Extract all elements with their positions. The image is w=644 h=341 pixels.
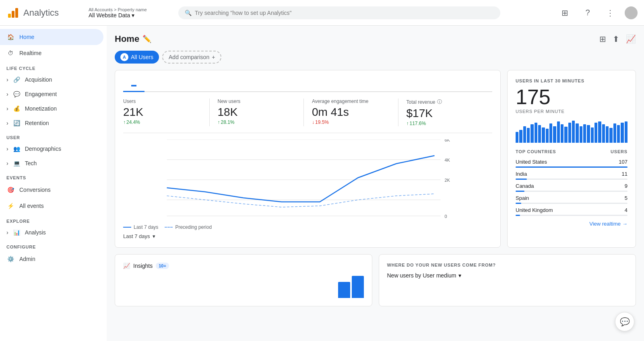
lifecycle-section-label: LIFE CYCLE [0, 61, 107, 72]
minute-bar [576, 123, 578, 143]
minute-bar [572, 121, 575, 143]
bottom-section: 📈 Insights 10+ WHERE DO YOUR NEW USERS C… [115, 254, 636, 306]
sidebar-item-engagement[interactable]: › 💬 Engagement [0, 87, 103, 101]
engagement-change-val: 19.5% [315, 119, 329, 125]
sidebar-conversions-label: Conversions [19, 187, 51, 193]
more-options-button[interactable]: ⋮ [602, 5, 618, 21]
home-icon: 🏠 [6, 33, 14, 41]
engagement-icon: 💬 [13, 91, 20, 97]
minute-bar [530, 124, 533, 143]
search-input[interactable] [195, 10, 494, 16]
sidebar-item-all-events[interactable]: ⚡ All events [0, 198, 103, 214]
add-comparison-chip[interactable]: Add comparison + [162, 51, 221, 64]
time-range-label: Last 7 days [123, 233, 150, 239]
country-row: Spain 5 [516, 193, 627, 204]
chat-icon: 💬 [620, 317, 630, 327]
new-users-selector[interactable]: New users by User medium ▾ [387, 272, 628, 279]
svg-text:4K: 4K [445, 158, 450, 162]
sidebar-item-admin[interactable]: ⚙️ Admin [0, 251, 103, 267]
acquisition-icon: 🔗 [13, 76, 20, 83]
property-name: All Website Data [89, 12, 130, 18]
sidebar-all-events-label: All events [19, 203, 44, 209]
chat-fab[interactable]: 💬 [615, 312, 634, 331]
metric-revenue: Total revenue ⓘ $17K ↑ 117.6% [398, 99, 493, 126]
realtime-user-count: 175 [516, 86, 627, 107]
chart-tab[interactable]: ▬ [123, 78, 144, 92]
view-realtime-link[interactable]: View realtime → [516, 221, 627, 227]
grid-icon-button[interactable]: ⊞ [557, 5, 573, 21]
help-icon-button[interactable]: ? [580, 5, 596, 21]
all-users-label: All Users [131, 54, 153, 60]
chevron-down-chart-icon: ▾ [153, 233, 155, 239]
realtime-section-label: USERS IN LAST 30 MINUTES [516, 78, 627, 83]
minute-bar [617, 125, 620, 143]
property-selector[interactable]: All Website Data ▾ [89, 12, 147, 18]
sidebar-monetization-label: Monetization [25, 105, 57, 112]
minute-bar [580, 126, 582, 143]
metric-users-value: 21K [123, 106, 201, 119]
breadcrumb: All Accounts > Property name [89, 7, 147, 12]
minute-bar [519, 130, 522, 143]
retention-icon: 🔄 [13, 120, 20, 126]
sidebar-item-acquisition[interactable]: › 🔗 Acquisition [0, 72, 103, 87]
metric-revenue-value: $17K [407, 107, 485, 120]
add-comparison-label: Add comparison [169, 54, 209, 60]
insights-card: 📈 Insights 10+ [115, 254, 372, 306]
avatar[interactable] [625, 6, 638, 19]
legend-solid-line [123, 227, 131, 228]
sidebar-item-analysis[interactable]: › 📊 Analysis [0, 225, 103, 240]
configure-section-label: CONFIGURE [0, 240, 107, 251]
insights-icon[interactable]: 📈 [626, 34, 636, 44]
new-users-card: WHERE DO YOUR NEW USERS COME FROM? New u… [379, 254, 636, 306]
metric-users-change: ↑ 24.4% [123, 119, 201, 125]
up-arrow-icon2: ↑ [218, 119, 220, 125]
svg-rect-1 [12, 11, 14, 18]
minute-bar [621, 123, 623, 143]
share-icon[interactable]: ⬆ [613, 34, 619, 44]
up-arrow-icon3: ↑ [407, 121, 409, 126]
main-chart-card: ▬ Users 21K ↑ 24.4% [115, 70, 501, 248]
sidebar-item-retention[interactable]: › 🔄 Retention [0, 116, 103, 130]
minute-bar [613, 123, 616, 143]
metric-engagement: Average engagement time 0m 41s ↓ 19.5% [304, 99, 398, 126]
sidebar-item-conversions[interactable]: 🎯 Conversions [0, 182, 103, 198]
countries-list: United States 107 India 11 Canada 9 Spai… [516, 157, 627, 216]
sidebar-tech-label: Tech [25, 160, 37, 166]
page-header: Home ✏️ ⊞ ⬆ 📈 [115, 34, 636, 44]
sidebar-item-monetization[interactable]: › 💰 Monetization [0, 101, 103, 116]
countries-col-label: TOP COUNTRIES [516, 149, 556, 154]
users-change-val: 24.4% [126, 119, 140, 125]
table-view-icon[interactable]: ⊞ [599, 34, 606, 44]
sidebar-acquisition-label: Acquisition [25, 76, 52, 83]
minute-bar [535, 123, 537, 143]
insights-label: Insights [133, 263, 153, 269]
time-range-selector[interactable]: Last 7 days ▾ [123, 233, 492, 239]
legend-current: Last 7 days [123, 224, 158, 230]
all-users-avatar: A [120, 53, 128, 61]
revenue-change-val: 117.6% [410, 121, 426, 126]
sidebar-demographics-label: Demographics [25, 146, 61, 152]
chevron-down-icon: ▾ [132, 12, 134, 18]
up-arrow-icon: ↑ [123, 119, 126, 125]
insights-trend-icon: 📈 [123, 263, 130, 269]
sidebar-item-demographics[interactable]: › 👥 Demographics [0, 142, 103, 156]
all-users-chip[interactable]: A All Users [115, 51, 159, 64]
sidebar-item-realtime[interactable]: ⏱ Realtime [0, 45, 103, 61]
chart-legend: Last 7 days Preceding period [123, 224, 492, 230]
svg-text:0: 0 [445, 214, 447, 219]
minute-bar [591, 127, 594, 143]
minute-bar [587, 125, 590, 143]
sidebar-item-home[interactable]: 🏠 Home [0, 29, 103, 45]
svg-rect-2 [15, 8, 18, 18]
page-edit-icon[interactable]: ✏️ [142, 35, 151, 43]
sidebar-realtime-label: Realtime [19, 50, 41, 56]
chevron-down-new-users-icon: ▾ [458, 272, 461, 279]
minute-bar [542, 127, 545, 143]
legend-dashed-line [165, 227, 173, 228]
minute-bar [583, 124, 586, 143]
legend-preceding: Preceding period [165, 224, 212, 230]
insights-bar2 [352, 276, 364, 298]
minute-bar [561, 124, 564, 143]
insights-bar [338, 282, 350, 298]
sidebar-item-tech[interactable]: › 💻 Tech [0, 156, 103, 170]
